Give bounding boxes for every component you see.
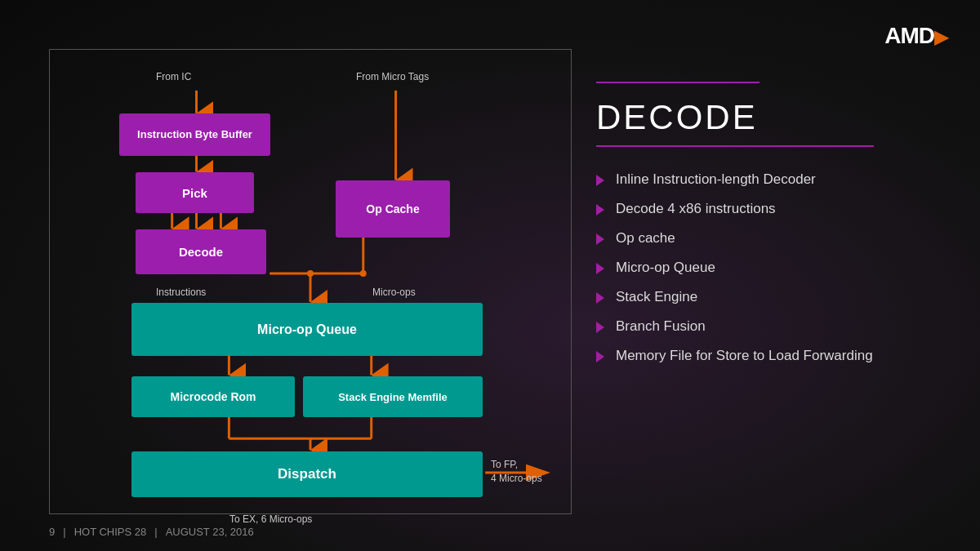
svg-point-21 — [307, 270, 314, 277]
feature-list-item: Micro-op Queue — [596, 260, 947, 276]
bullet-triangle-icon — [596, 322, 604, 333]
title-underline — [596, 145, 874, 147]
feature-text: Micro-op Queue — [616, 260, 715, 276]
dispatch-block: Dispatch — [131, 451, 483, 497]
feature-text: Branch Fusion — [616, 318, 706, 335]
instruction-byte-buffer-block: Instruction Byte Buffer — [119, 113, 270, 156]
feature-text: Inline Instruction-length Decoder — [616, 171, 816, 188]
bullet-triangle-icon — [596, 292, 604, 304]
feature-text: Memory File for Store to Load Forwarding — [616, 348, 873, 364]
feature-text: Decode 4 x86 instructions — [616, 201, 776, 217]
svg-point-22 — [360, 270, 367, 277]
decode-block: Decode — [136, 229, 266, 274]
decode-title: DECODE — [596, 98, 947, 137]
footer: 9 | HOT CHIPS 28 | AUGUST 23, 2016 — [49, 526, 254, 538]
instructions-label: Instructions — [156, 287, 206, 298]
feature-list: Inline Instruction-length DecoderDecode … — [596, 171, 947, 364]
event-name: HOT CHIPS 28 — [74, 526, 147, 538]
page: AMD▶ — [0, 0, 980, 551]
bullet-triangle-icon — [596, 351, 604, 362]
to-ex-label: To EX, 6 Micro-ops — [229, 513, 312, 525]
event-date: AUGUST 23, 2016 — [166, 526, 254, 538]
diagram-container: From IC From Micro Tags Instruction Byte… — [49, 49, 572, 514]
right-panel: DECODE Inline Instruction-length Decoder… — [596, 82, 947, 377]
micro-op-queue-block: Micro-op Queue — [131, 303, 483, 356]
feature-list-item: Branch Fusion — [596, 318, 947, 335]
bullet-triangle-icon — [596, 204, 604, 216]
feature-text: Op cache — [616, 230, 675, 247]
microcode-rom-block: Microcode Rom — [131, 376, 295, 417]
stack-engine-memfile-block: Stack Engine Memfile — [303, 376, 483, 417]
feature-list-item: Decode 4 x86 instructions — [596, 201, 947, 217]
amd-logo: AMD▶ — [884, 23, 947, 49]
bullet-triangle-icon — [596, 233, 604, 245]
feature-list-item: Op cache — [596, 230, 947, 247]
bullet-triangle-icon — [596, 175, 604, 186]
pick-block: Pick — [136, 172, 254, 213]
to-fp-label: To FP, 4 Micro-ops — [491, 458, 542, 486]
page-number: 9 — [49, 526, 55, 538]
op-cache-block: Op Cache — [336, 180, 450, 238]
feature-text: Stack Engine — [616, 289, 697, 305]
micro-ops-label: Micro-ops — [372, 287, 416, 298]
bullet-triangle-icon — [596, 263, 604, 274]
from-microtags-label: From Micro Tags — [356, 71, 429, 82]
feature-list-item: Memory File for Store to Load Forwarding — [596, 348, 947, 364]
feature-list-item: Stack Engine — [596, 289, 947, 305]
feature-list-item: Inline Instruction-length Decoder — [596, 171, 947, 188]
diagram-inner: From IC From Micro Tags Instruction Byte… — [66, 66, 555, 497]
top-accent-line — [596, 82, 760, 83]
from-ic-label: From IC — [156, 71, 191, 82]
